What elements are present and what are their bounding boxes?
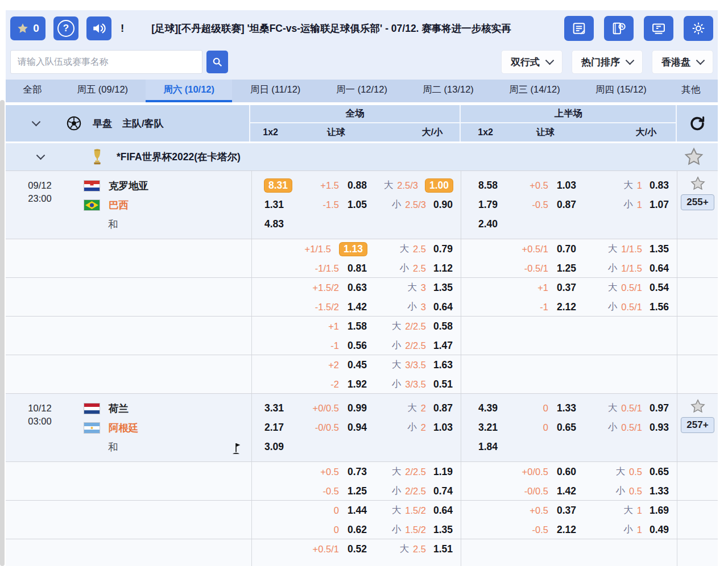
odds-value[interactable]: 0.87	[557, 199, 576, 211]
odds-value[interactable]: 1.03	[557, 180, 576, 192]
odds-value[interactable]: 2.12	[557, 524, 576, 536]
away-team[interactable]: 巴西	[74, 195, 251, 215]
odds-value[interactable]: 1.84	[478, 441, 498, 453]
odds-value[interactable]: 0.37	[557, 505, 576, 517]
odds-value[interactable]: 3.31	[264, 402, 284, 414]
odds-value[interactable]: 1.58	[348, 321, 367, 332]
odds-value[interactable]: 1.33	[557, 402, 576, 414]
odds-value[interactable]: 0.94	[348, 422, 367, 434]
odds-value[interactable]: 0.73	[348, 466, 367, 478]
odds-value[interactable]: 1.33	[650, 485, 669, 497]
odds-value[interactable]: 0.74	[433, 485, 453, 497]
odds-value[interactable]: 0.37	[557, 282, 576, 294]
odds-value[interactable]: 0.79	[433, 243, 453, 255]
league-collapse-chevron-icon[interactable]	[36, 151, 46, 160]
more-markets-button[interactable]: 257+	[681, 417, 714, 433]
odds-value[interactable]: 0.88	[348, 180, 367, 192]
odds-value[interactable]: 0.60	[557, 466, 576, 478]
favorites-button[interactable]: 0	[10, 16, 46, 40]
odds-value[interactable]: 1.92	[348, 378, 367, 390]
settings-button[interactable]	[684, 16, 713, 41]
odds-value[interactable]: 0.51	[433, 378, 453, 390]
odds-value[interactable]: 0.62	[348, 524, 367, 536]
odds-value[interactable]: 0.99	[348, 402, 367, 414]
odds-value[interactable]: 1.69	[650, 505, 669, 517]
odds-value[interactable]: 3.21	[478, 422, 498, 434]
odds-value[interactable]: 1.00	[425, 179, 453, 192]
tab-all[interactable]: 全部	[6, 80, 59, 102]
odds-value[interactable]: 1.35	[650, 243, 669, 255]
sort-dropdown[interactable]: 热门排序	[572, 50, 643, 74]
odds-value[interactable]: 0.56	[348, 340, 367, 352]
tab-friday[interactable]: 周五 (09/12)	[59, 80, 146, 102]
odds-value[interactable]: 0.90	[433, 199, 453, 211]
odds-value[interactable]: 0.54	[650, 282, 669, 294]
odds-value[interactable]: 1.35	[433, 524, 453, 536]
odds-value[interactable]: 1.25	[348, 485, 367, 497]
league-star-icon[interactable]	[684, 147, 704, 167]
match-star-icon[interactable]	[690, 176, 706, 192]
home-team[interactable]: 荷兰	[74, 399, 251, 418]
odds-value[interactable]: 1.12	[433, 263, 453, 274]
odds-value[interactable]: 0.58	[433, 321, 453, 332]
odds-value[interactable]: 1.51	[433, 543, 453, 555]
odds-value[interactable]: 1.31	[264, 199, 284, 211]
view-mode-dropdown[interactable]: 双行式	[501, 50, 562, 74]
odds-type-dropdown[interactable]: 香港盘	[652, 50, 713, 74]
odds-value[interactable]: 1.05	[348, 199, 367, 211]
more-markets-button[interactable]: 255+	[681, 194, 714, 210]
tab-thursday[interactable]: 周四 (15/12)	[578, 80, 664, 102]
odds-value[interactable]: 0.65	[650, 466, 669, 478]
odds-value[interactable]: 0.97	[650, 402, 669, 414]
away-team[interactable]: 阿根廷	[74, 418, 251, 438]
odds-value[interactable]: 0.52	[348, 543, 367, 555]
odds-value[interactable]: 1.42	[348, 301, 367, 313]
odds-value[interactable]: 0.63	[348, 282, 367, 294]
home-team[interactable]: 克罗地亚	[74, 176, 251, 195]
league-row[interactable]: *FIFA世界杯2022(在卡塔尔)	[6, 143, 718, 170]
odds-value[interactable]: 1.13	[340, 243, 367, 256]
odds-value[interactable]: 2.17	[264, 422, 284, 434]
search-button[interactable]	[206, 51, 228, 73]
search-input[interactable]	[10, 50, 202, 74]
odds-value[interactable]: 1.63	[433, 359, 453, 371]
odds-value[interactable]: 8.31	[264, 179, 292, 192]
odds-value[interactable]: 1.35	[433, 282, 453, 294]
refresh-button[interactable]	[676, 105, 718, 142]
odds-value[interactable]: 1.19	[433, 466, 453, 478]
odds-value[interactable]: 0.70	[557, 243, 576, 255]
odds-value[interactable]: 1.42	[557, 485, 576, 497]
odds-value[interactable]: 0.45	[348, 359, 367, 371]
odds-value[interactable]: 2.40	[478, 218, 498, 230]
schedule-button[interactable]	[604, 16, 634, 41]
tab-sunday[interactable]: 周日 (11/12)	[232, 80, 318, 102]
news-button[interactable]	[564, 16, 594, 41]
tab-other[interactable]: 其他	[664, 80, 718, 102]
odds-value[interactable]: 0.83	[650, 180, 669, 192]
odds-value[interactable]: 4.39	[478, 402, 498, 414]
odds-value[interactable]: 1.44	[348, 505, 367, 517]
odds-value[interactable]: 1.03	[433, 422, 453, 434]
odds-value[interactable]: 0.49	[650, 524, 669, 536]
odds-value[interactable]: 0.81	[348, 263, 367, 274]
odds-value[interactable]: 0.64	[433, 505, 453, 517]
odds-value[interactable]: 0.64	[650, 263, 669, 274]
tab-tuesday[interactable]: 周二 (13/12)	[405, 80, 491, 102]
odds-value[interactable]: 1.47	[433, 340, 453, 352]
odds-value[interactable]: 1.07	[650, 199, 669, 211]
tab-wednesday[interactable]: 周三 (14/12)	[491, 80, 578, 102]
odds-value[interactable]: 2.12	[557, 301, 576, 313]
odds-value[interactable]: 0.93	[650, 422, 669, 434]
live-button[interactable]	[644, 16, 673, 41]
odds-value[interactable]: 3.09	[264, 441, 284, 453]
odds-value[interactable]: 0.87	[433, 402, 453, 414]
collapse-all-chevron-icon[interactable]	[32, 118, 41, 127]
odds-value[interactable]: 0.64	[433, 301, 453, 313]
odds-value[interactable]: 1.56	[650, 301, 669, 313]
sound-button[interactable]	[86, 16, 111, 40]
odds-value[interactable]: 8.58	[478, 180, 498, 192]
odds-value[interactable]: 1.79	[478, 199, 498, 211]
match-star-icon[interactable]	[690, 398, 706, 414]
odds-value[interactable]: 4.83	[264, 218, 284, 230]
odds-value[interactable]: 1.25	[557, 263, 576, 274]
